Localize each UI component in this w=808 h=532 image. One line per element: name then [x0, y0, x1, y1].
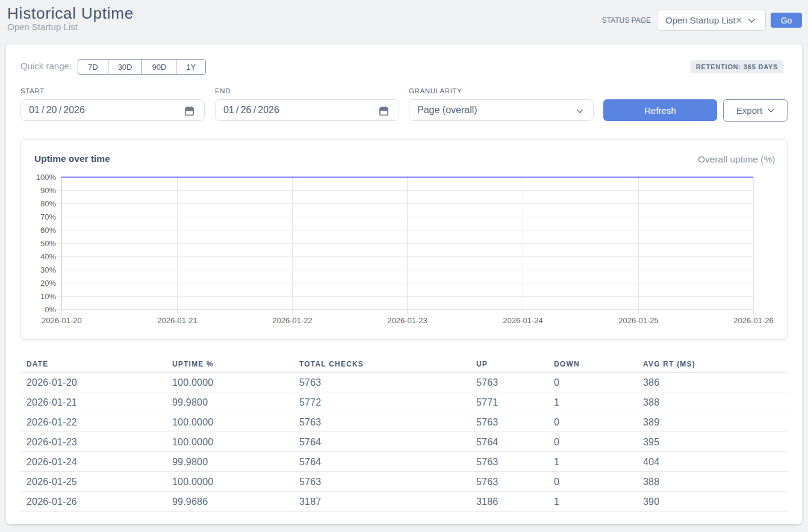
svg-text:90%: 90%: [40, 186, 56, 195]
svg-text:2026-01-23: 2026-01-23: [387, 316, 427, 325]
svg-text:2026-01-24: 2026-01-24: [503, 316, 543, 325]
svg-text:70%: 70%: [40, 212, 56, 221]
svg-text:2026-01-25: 2026-01-25: [618, 316, 659, 325]
svg-text:10%: 10%: [40, 292, 56, 301]
svg-text:2026-01-22: 2026-01-22: [272, 316, 312, 325]
svg-text:2026-01-26: 2026-01-26: [733, 316, 774, 325]
svg-text:0%: 0%: [45, 305, 56, 314]
svg-text:80%: 80%: [40, 199, 56, 208]
svg-text:40%: 40%: [40, 252, 56, 261]
svg-text:2026-01-20: 2026-01-20: [42, 316, 82, 325]
svg-text:60%: 60%: [40, 226, 56, 235]
svg-text:30%: 30%: [40, 265, 56, 274]
svg-text:100%: 100%: [36, 173, 57, 182]
svg-text:20%: 20%: [40, 279, 56, 288]
svg-text:2026-01-21: 2026-01-21: [157, 316, 197, 325]
svg-text:50%: 50%: [40, 239, 56, 248]
